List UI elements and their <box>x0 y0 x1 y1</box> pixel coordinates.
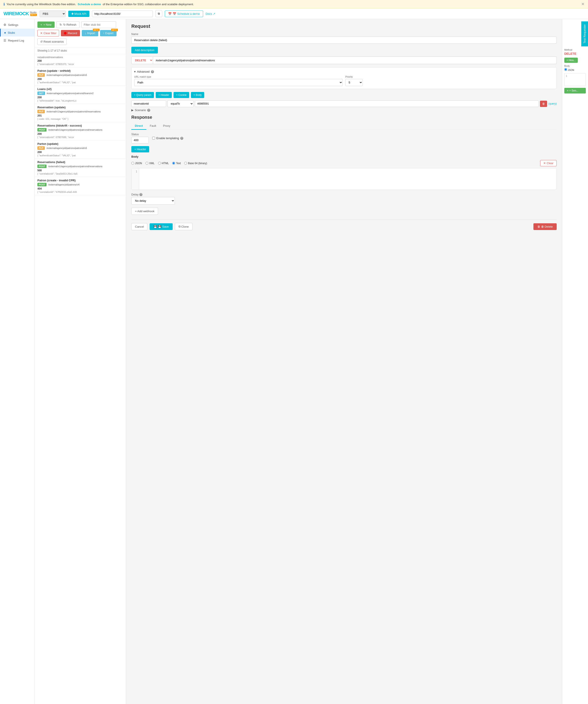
body-type-xml[interactable]: XML <box>145 162 155 165</box>
delay-help-icon[interactable]: ? <box>139 193 142 196</box>
list-item[interactable]: Loans (v2) GET /external/agencyid/patron… <box>35 86 126 104</box>
list-item[interactable]: Reservations (failed) POST /external/v1/… <box>35 159 126 177</box>
body-type-xml-radio[interactable] <box>145 162 148 165</box>
body-type-base64[interactable]: Base 64 (binary) <box>184 162 207 165</box>
reset-scenarios-button[interactable]: ↺ Reset scenarios <box>38 38 66 45</box>
add-body-button[interactable]: + Body <box>191 92 204 98</box>
tab-proxy[interactable]: Proxy <box>160 122 174 130</box>
right-send-button[interactable]: + + Sen... <box>564 88 586 94</box>
banner-suffix: of the Enterprise edition for SSO, colla… <box>103 3 194 6</box>
stub-status: 201 <box>38 114 123 117</box>
list-item[interactable]: ns/patronid/reservations 200 { "reservat… <box>35 54 126 67</box>
add-header-button[interactable]: + Header <box>156 92 172 98</box>
stub-endpoint: /external/agencyid/patrons/patronid/v5 <box>47 74 87 76</box>
project-selector[interactable]: FBS <box>40 10 66 17</box>
right-json-option[interactable]: JSON <box>564 68 586 71</box>
save-button[interactable]: 💾 💾 Save <box>150 223 172 230</box>
body-type-row: JSON XML HTML Text Base 64 (binary) <box>131 160 557 166</box>
test-requester-tab[interactable]: Test Requester <box>581 21 588 46</box>
toolbar: + + New ↻ ↻ Refresh ✕ Clear filter Recor… <box>35 19 126 47</box>
clear-body-button[interactable]: ✕ Clear <box>540 160 557 166</box>
sidebar-label-stubs: Stubs <box>8 31 15 34</box>
stub-title: Reservation (update) <box>38 106 123 109</box>
templating-help-icon[interactable]: ? <box>180 137 183 140</box>
body-type-json[interactable]: JSON <box>131 162 142 165</box>
docs-button[interactable]: Docs ↗ <box>206 12 215 15</box>
copy-url-button[interactable]: ⧉ <box>156 10 162 17</box>
sidebar-item-settings[interactable]: ⚙ Settings <box>0 21 35 29</box>
url-match-group: URL match type Path Exact Pattern <box>134 75 343 86</box>
settings-icon: ⚙ <box>3 23 6 26</box>
main-content: Request Name Add description DELETE GET … <box>126 19 562 704</box>
stub-method-badge: PUT <box>38 146 45 150</box>
body-type-json-radio[interactable] <box>131 162 134 165</box>
body-type-text[interactable]: Text <box>172 162 181 165</box>
chevron-right-icon: ▶ <box>131 109 133 112</box>
new-button[interactable]: + + New <box>38 21 55 28</box>
cancel-button[interactable]: Cancel <box>131 223 148 230</box>
delete-button[interactable]: 🗑 🗑 Delete <box>533 223 557 230</box>
body-type-base64-radio[interactable] <box>184 162 187 165</box>
add-cookie-button[interactable]: + Cookie <box>174 92 189 98</box>
stub-endpoint: /external/agencyid/patrons/patronid/loan… <box>47 92 94 95</box>
tab-fault[interactable]: Fault <box>146 122 160 130</box>
export-button[interactable]: BETA ↑ Export <box>100 30 117 36</box>
response-section: Response Direct Fault Proxy Status Enabl… <box>131 115 557 233</box>
delete-param-button[interactable]: 🗑 <box>540 101 547 107</box>
body-type-text-radio[interactable] <box>172 162 175 165</box>
mock-api-button[interactable]: ✚ Mock API <box>68 11 90 17</box>
banner-link[interactable]: Schedule a demo <box>78 3 101 6</box>
list-item[interactable]: Parton (update) PUT /external/agencyid/p… <box>35 140 126 159</box>
chevron-down-icon: ▾ <box>134 70 136 73</box>
list-item[interactable]: Reservations (tidskrift - success) POST … <box>35 122 126 140</box>
priority-select[interactable]: 5 1 2 3 <box>345 79 363 86</box>
param-value-input[interactable] <box>195 101 539 107</box>
sidebar-item-stubs[interactable]: ● Stubs <box>0 29 35 37</box>
clear-filter-button[interactable]: ✕ Clear filter <box>38 30 59 37</box>
filter-input[interactable] <box>81 21 116 28</box>
sidebar-item-request-log[interactable]: ☰ Request Log <box>0 37 35 44</box>
add-description-button[interactable]: Add description <box>131 47 158 54</box>
body-type-html-radio[interactable] <box>158 162 161 165</box>
add-response-header-button[interactable]: + Header <box>131 146 149 153</box>
import-button[interactable]: BETA ↓ Import <box>82 30 98 36</box>
enable-templating-label: Enable templating <box>156 136 179 140</box>
stub-title: Loans (v2) <box>38 87 123 91</box>
advanced-toggle[interactable]: ▾ Advanced ? <box>134 70 554 73</box>
name-input[interactable] <box>131 37 557 44</box>
delay-select[interactable]: No delay Fixed Random <box>131 197 175 204</box>
scenario-help-icon[interactable]: ? <box>147 109 150 112</box>
right-add-header-button[interactable]: + Hea... <box>564 58 578 63</box>
enable-templating-checkbox[interactable] <box>152 137 155 139</box>
status-input[interactable] <box>131 137 149 143</box>
param-operator-select[interactable]: equalTo matches contains <box>167 100 193 107</box>
request-log-icon: ☰ <box>3 39 6 42</box>
right-code-area[interactable]: 1 <box>564 73 586 86</box>
scenario-row[interactable]: ▶ Scenario ? <box>131 109 557 112</box>
body-type-html[interactable]: HTML <box>158 162 169 165</box>
code-area[interactable] <box>139 168 556 190</box>
url-pattern-input[interactable] <box>153 57 557 64</box>
clear-filter-icon: ✕ <box>40 32 43 35</box>
list-item[interactable]: Patron (create - invalid CPR) POST /exte… <box>35 177 126 195</box>
add-webhook-button[interactable]: + Add webhook <box>131 208 158 215</box>
record-button[interactable]: Record <box>61 30 80 36</box>
line-numbers: 1 <box>131 168 139 190</box>
send-label: + Sen... <box>569 89 578 92</box>
list-item[interactable]: Patron (update - onHold) PUT /external/a… <box>35 67 126 86</box>
tab-direct[interactable]: Direct <box>131 122 146 130</box>
add-query-param-button[interactable]: + Query param <box>131 92 154 98</box>
param-name-input[interactable] <box>131 101 166 107</box>
advanced-help-icon[interactable]: ? <box>151 70 154 73</box>
url-match-select[interactable]: Path Exact Pattern <box>134 79 343 86</box>
clone-button[interactable]: ⧉ Clone <box>175 223 192 230</box>
close-banner-button[interactable]: ✕ <box>581 2 585 6</box>
stub-title: Reservations (failed) <box>38 161 123 164</box>
method-selector[interactable]: DELETE GET POST PUT <box>131 57 153 64</box>
url-input[interactable] <box>92 10 153 17</box>
stub-status: 200 <box>38 132 123 135</box>
list-item[interactable]: Reservation (update) PUT /external/v1/ag… <box>35 104 126 122</box>
refresh-button[interactable]: ↻ ↻ Refresh <box>56 21 79 28</box>
schedule-demo-button[interactable]: 📅 📅 Schedule a demo <box>165 10 203 17</box>
right-panel-content: Method DELETE + Hea... Body JSON 1 + + S… <box>562 46 588 96</box>
